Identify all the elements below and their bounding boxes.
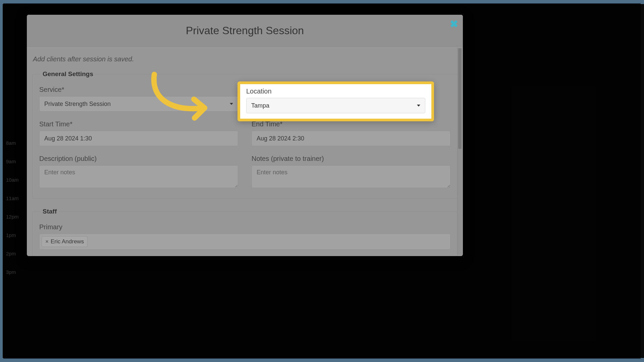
bg-time-label: 12pm — [6, 214, 19, 220]
session-modal: Private Strength Session ✖ Add clients a… — [27, 15, 463, 256]
caret-down-icon — [417, 105, 420, 107]
service-select-value: Private Strength Session — [44, 101, 111, 108]
staff-section: Staff Primary × Eric Andrews — [32, 208, 458, 256]
primary-staff-label: Primary — [39, 223, 450, 231]
staff-legend: Staff — [41, 208, 59, 215]
bg-time-label: 11am — [6, 195, 19, 201]
app-stage: 8am 9am 10am 11am 12pm 1pm 2pm 3pm Priva… — [0, 0, 644, 362]
remove-tag-icon[interactable]: × — [45, 238, 49, 245]
close-icon[interactable]: ✖ — [450, 18, 458, 30]
location-label: Location — [246, 87, 425, 95]
primary-staff-input[interactable]: × Eric Andrews — [39, 234, 450, 250]
end-time-label: End Time* — [252, 120, 450, 128]
staff-tag-name: Eric Andrews — [51, 238, 84, 245]
start-time-label: Start Time* — [39, 120, 238, 128]
start-time-input[interactable]: Aug 28 2024 1:30 — [39, 131, 238, 146]
scrollbar-thumb[interactable] — [458, 48, 462, 149]
bg-time-label: 3pm — [6, 269, 16, 275]
bg-time-label: 10am — [6, 177, 19, 183]
modal-header: Private Strength Session ✖ — [27, 15, 463, 47]
description-textarea[interactable] — [39, 165, 238, 188]
bg-time-label: 1pm — [6, 232, 16, 238]
general-settings-legend: General Settings — [41, 70, 95, 78]
notes-label: Notes (private to trainer) — [252, 155, 450, 163]
location-select[interactable]: Tampa — [246, 98, 425, 113]
frame-border-left — [0, 4, 3, 358]
modal-title: Private Strength Session — [186, 24, 304, 37]
end-time-input[interactable]: Aug 28 2024 2:30 — [252, 131, 450, 146]
bg-time-label: 9am — [6, 159, 16, 164]
hint-text: Add clients after session is saved. — [33, 55, 458, 63]
caret-down-icon — [230, 103, 233, 105]
end-time-value: Aug 28 2024 2:30 — [257, 135, 304, 142]
description-label: Description (public) — [39, 155, 238, 163]
service-select[interactable]: Private Strength Session — [39, 96, 238, 112]
service-label: Service* — [39, 86, 238, 94]
start-time-value: Aug 28 2024 1:30 — [44, 135, 92, 142]
scrollbar-track[interactable] — [457, 48, 462, 255]
modal-body: Add clients after session is saved. Gene… — [27, 47, 463, 256]
bg-time-label: 2pm — [6, 251, 16, 256]
location-highlight: Location Tampa — [237, 81, 434, 121]
location-select-value: Tampa — [251, 102, 269, 109]
staff-tag[interactable]: × Eric Andrews — [42, 236, 88, 247]
notes-textarea[interactable] — [252, 165, 450, 188]
bg-time-label: 8am — [6, 140, 16, 146]
